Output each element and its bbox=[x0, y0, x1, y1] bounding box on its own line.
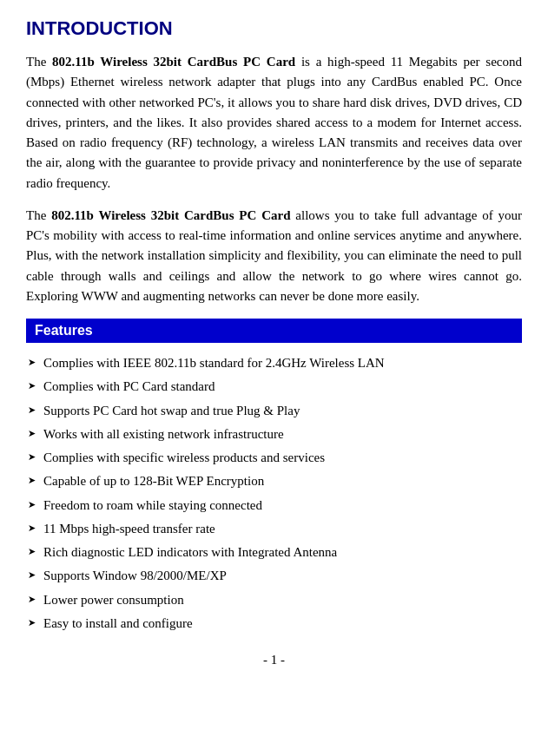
list-item: Works with all existing network infrastr… bbox=[26, 423, 522, 446]
page-number: - 1 - bbox=[26, 653, 522, 667]
paragraph1-start: The bbox=[26, 55, 52, 69]
list-item: Supports PC Card hot swap and true Plug … bbox=[26, 399, 522, 423]
paragraph2-rest: allows you to take full advantage of you… bbox=[26, 208, 522, 303]
intro-paragraph-1: The 802.11b Wireless 32bit CardBus PC Ca… bbox=[26, 52, 522, 194]
list-item: Complies with IEEE 802.11b standard for … bbox=[26, 352, 522, 375]
features-header: Features bbox=[26, 319, 522, 343]
page-title: INTRODUCTION bbox=[26, 17, 522, 40]
list-item: Complies with PC Card standard bbox=[26, 375, 522, 398]
list-item: Supports Window 98/2000/ME/XP bbox=[26, 564, 522, 588]
paragraph2-start: The bbox=[26, 208, 51, 222]
list-item: Capable of up to 128-Bit WEP Encryption bbox=[26, 470, 522, 493]
paragraph1-rest: is a high-speed 11 Megabits per second (… bbox=[26, 55, 522, 190]
paragraph2-bold: 802.11b Wireless 32bit CardBus PC Card bbox=[51, 208, 290, 222]
paragraph1-bold: 802.11b Wireless 32bit CardBus PC Card bbox=[52, 55, 295, 69]
list-item: Lower power consumption bbox=[26, 588, 522, 612]
list-item: Rich diagnostic LED indicators with Inte… bbox=[26, 541, 522, 564]
intro-paragraph-2: The 802.11b Wireless 32bit CardBus PC Ca… bbox=[26, 206, 522, 306]
features-list: Complies with IEEE 802.11b standard for … bbox=[26, 352, 522, 635]
list-item: Complies with specific wireless products… bbox=[26, 446, 522, 470]
list-item: Freedom to roam while staying connected bbox=[26, 494, 522, 517]
list-item: 11 Mbps high-speed transfer rate bbox=[26, 517, 522, 541]
list-item: Easy to install and configure bbox=[26, 612, 522, 635]
